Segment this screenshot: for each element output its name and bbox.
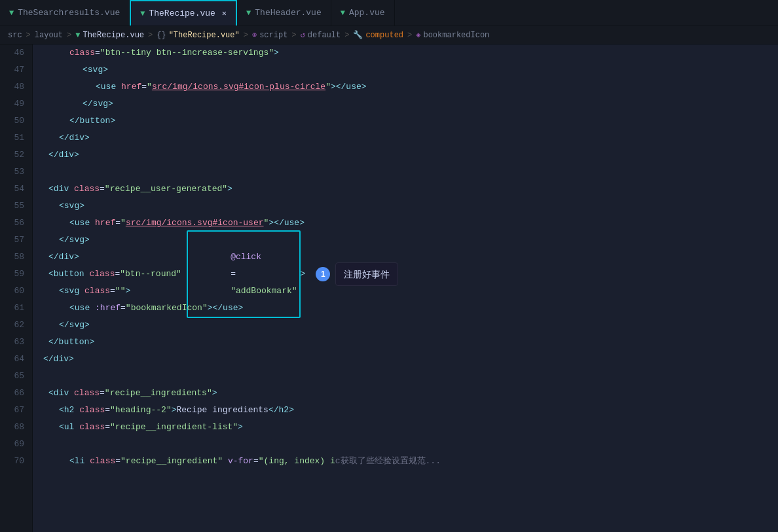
crumb-braces: {}: [157, 31, 166, 40]
tab-header[interactable]: ▼ TheHeader.vue: [237, 0, 331, 26]
code-area: 46 47 48 49 50 51 52 53 54 55 56 57 58 5…: [0, 44, 778, 532]
code-line-61: < use :href = "bookmarkedIcon" ></ use >: [33, 300, 778, 317]
line-number: 69: [5, 436, 24, 453]
sep: >: [67, 31, 71, 40]
line-number: 54: [5, 181, 24, 198]
tab-searchresults[interactable]: ▼ TheSearchresults.vue: [0, 0, 130, 26]
code-line-56: < use href = " src/img/icons.svg#icon-us…: [33, 215, 778, 232]
line-number: 62: [5, 317, 24, 334]
code-line-48: < use href = " src/img/icons.svg#icon-pl…: [33, 79, 778, 96]
sep: >: [148, 31, 153, 40]
line-number: 58: [5, 249, 24, 266]
sep: >: [26, 31, 31, 40]
line-number: 53: [5, 164, 24, 181]
crumb-layout: layout: [35, 31, 63, 40]
crumb-src: src: [8, 31, 22, 40]
line-number: 67: [5, 402, 24, 419]
tab-label: TheRecipe.vue: [149, 9, 215, 18]
vue-icon: ▼: [9, 9, 14, 18]
line-numbers: 46 47 48 49 50 51 52 53 54 55 56 57 58 5…: [0, 44, 33, 532]
code-line-53: [33, 164, 778, 181]
line-number: 48: [5, 79, 24, 96]
crumb-bookmark-icon: ◈: [416, 30, 420, 40]
code-line-65: [33, 368, 778, 385]
code-line-54: < div class = "recipe__user-generated" >: [33, 181, 778, 198]
tab-recipe[interactable]: ▼ TheRecipe.vue ✕: [130, 0, 237, 26]
code-line-66: < div class = "recipe__ingredients" >: [33, 385, 778, 402]
line-number: 64: [5, 351, 24, 368]
line-number: 70: [5, 453, 24, 470]
line-number: 60: [5, 283, 24, 300]
vue-icon: ▼: [341, 9, 345, 18]
crumb-default: default: [308, 31, 341, 40]
code-line-58: </ div >: [33, 249, 778, 266]
crumb-default-icon: ↺: [301, 30, 305, 40]
tab-label: TheSearchresults.vue: [18, 8, 120, 18]
code-line-51: </ div >: [33, 130, 778, 147]
line-number: 49: [5, 96, 24, 113]
line-number: 65: [5, 368, 24, 385]
crumb-vue-icon: ▼: [75, 31, 80, 40]
code-line-69: [33, 436, 778, 453]
tab-app[interactable]: ▼ App.vue: [331, 0, 395, 26]
crumb-recipe: TheRecipe.vue: [83, 31, 144, 40]
crumb-bookmarkedicon: bookmarkedIcon: [423, 31, 489, 40]
code-line-46: class = "btn--tiny btn--increase-serving…: [33, 44, 778, 62]
sep: >: [407, 31, 412, 40]
code-line-49: </ svg >: [33, 96, 778, 113]
code-line-64: </ div >: [33, 351, 778, 368]
vue-icon: ▼: [246, 9, 251, 18]
line-number: 59: [5, 266, 24, 283]
code-line-60: < svg class = "" >: [33, 283, 778, 300]
tab-bar: ▼ TheSearchresults.vue ▼ TheRecipe.vue ✕…: [0, 0, 778, 26]
sep: >: [344, 31, 349, 40]
code-line-57: </ svg >: [33, 232, 778, 249]
code-line-55: < svg >: [33, 198, 778, 215]
code-line-62: </ svg >: [33, 317, 778, 334]
line-number: 57: [5, 232, 24, 249]
tab-label: TheHeader.vue: [255, 8, 321, 18]
crumb-wrench-icon: 🔧: [353, 30, 363, 40]
crumb-filename: "TheRecipe.vue": [169, 31, 240, 40]
code-line-70: < li class = "recipe__ingredient" v-for …: [33, 453, 778, 470]
code-editor[interactable]: class = "btn--tiny btn--increase-serving…: [33, 44, 778, 532]
crumb-script-icon: ⊕: [252, 30, 257, 40]
tooltip-badge: 1: [316, 267, 330, 281]
close-tab-button[interactable]: ✕: [222, 9, 227, 18]
line-number: 52: [5, 147, 24, 164]
line-number: 47: [5, 62, 24, 79]
crumb-computed: computed: [365, 31, 403, 40]
line-number: 63: [5, 334, 24, 351]
code-line-52: </ div >: [33, 147, 778, 164]
line-number: 66: [5, 385, 24, 402]
tab-label: App.vue: [349, 8, 385, 18]
line-number: 55: [5, 198, 24, 215]
breadcrumb: src > layout > ▼ TheRecipe.vue > {} "The…: [0, 26, 778, 44]
code-line-47: < svg >: [33, 62, 778, 79]
line-number: 68: [5, 419, 24, 436]
line-number: 46: [5, 44, 24, 62]
crumb-script: script: [259, 31, 287, 40]
sep: >: [291, 31, 296, 40]
line-number: 56: [5, 215, 24, 232]
line-number: 50: [5, 113, 24, 130]
sep: >: [244, 31, 248, 40]
code-line-67: < h2 class = "heading--2" > Recipe ingre…: [33, 402, 778, 419]
line-number: 51: [5, 130, 24, 147]
line-number: 61: [5, 300, 24, 317]
code-line-63: </ button >: [33, 334, 778, 351]
code-line-68: < ul class = "recipe__ingredient-list" >: [33, 419, 778, 436]
vue-icon: ▼: [140, 9, 145, 18]
code-line-59: < button class = "btn--round" @click = "…: [33, 266, 778, 283]
code-line-50: </ button >: [33, 113, 778, 130]
